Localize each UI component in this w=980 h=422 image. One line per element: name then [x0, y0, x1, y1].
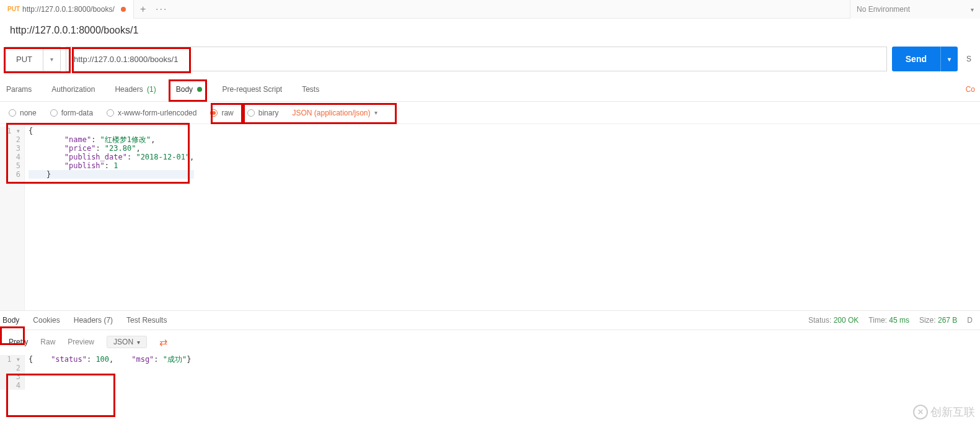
watermark: ✕ 创新互联 — [913, 405, 975, 420]
radio-formdata[interactable]: form-data — [50, 109, 93, 117]
response-body-editor[interactable]: 1 ▾234 { "status": 100, "msg": "成功"} — [0, 354, 980, 390]
time-value: 45 ms — [889, 316, 909, 325]
radio-binary-label: binary — [258, 109, 279, 117]
download-button[interactable]: D — [967, 316, 973, 325]
unsaved-indicator-icon — [121, 7, 126, 12]
radio-none-label: none — [20, 109, 37, 117]
radio-formdata-label: form-data — [61, 109, 93, 117]
mode-pretty[interactable]: Pretty — [9, 338, 28, 346]
mode-raw[interactable]: Raw — [40, 338, 55, 346]
new-tab-button[interactable]: + — [134, 0, 152, 19]
line-gutter: 1 ▾234 — [0, 355, 25, 390]
radio-urlencoded-label: x-www-form-urlencoded — [118, 109, 196, 117]
radio-none[interactable]: none — [9, 109, 37, 117]
url-input[interactable]: http://127.0.0.1:8000/books/1 — [66, 47, 887, 71]
time-label: Time: — [868, 316, 887, 325]
wrap-lines-icon[interactable]: ⇄ — [159, 336, 167, 348]
line-gutter: 1 ▾23456 — [0, 127, 25, 310]
chevron-down-icon: ▾ — [971, 6, 974, 13]
send-button[interactable]: Send ▾ — [892, 47, 958, 71]
tab-authorization[interactable]: Authorization — [50, 85, 96, 94]
resp-headers-count: (7) — [104, 316, 113, 325]
size-label: Size: — [919, 316, 936, 325]
content-type-dropdown[interactable]: JSON (application/json) ▾ — [292, 109, 377, 117]
environment-selector[interactable]: No Environment ▾ — [850, 0, 980, 19]
size-value: 267 B — [938, 316, 957, 325]
radio-raw-label: raw — [221, 109, 233, 117]
resp-tab-tests[interactable]: Test Results — [126, 316, 167, 325]
response-format-label: JSON — [113, 338, 133, 346]
send-split-chevron-icon[interactable]: ▾ — [940, 47, 958, 71]
radio-icon — [9, 109, 16, 117]
tab-bar: PUT http://127.0.0.1:8000/books/ + ··· N… — [0, 0, 980, 19]
response-subtabs: Body Cookies Headers (7) Test Results St… — [0, 310, 980, 330]
chevron-down-icon: ▾ — [137, 339, 140, 346]
cookies-link[interactable]: Co — [966, 85, 975, 94]
send-label: Send — [892, 54, 940, 64]
resp-headers-label: Headers — [74, 316, 102, 325]
request-bar: PUT ▾ http://127.0.0.1:8000/books/1 Send… — [0, 41, 980, 77]
radio-icon — [247, 109, 255, 117]
radio-binary[interactable]: binary — [247, 109, 279, 117]
url-value: http://127.0.0.1:8000/books/1 — [74, 55, 178, 64]
mode-preview[interactable]: Preview — [68, 338, 94, 346]
response-status-bar: Status: 200 OK Time: 45 ms Size: 267 B D — [808, 316, 978, 325]
chevron-down-icon: ▾ — [374, 109, 377, 116]
request-title: http://127.0.0.1:8000/books/1 — [0, 19, 980, 41]
tab-body-label: Body — [176, 85, 193, 94]
tab-headers[interactable]: Headers (1) — [113, 85, 157, 94]
chevron-down-icon[interactable]: ▾ — [43, 47, 60, 71]
tab-title: http://127.0.0.1:8000/books/ — [22, 5, 115, 14]
tab-method: PUT — [7, 6, 20, 12]
tab-params[interactable]: Params — [5, 85, 33, 94]
radio-raw[interactable]: raw — [210, 109, 233, 117]
save-button[interactable]: S — [963, 55, 975, 63]
tab-body[interactable]: Body — [175, 85, 204, 94]
tab-prerequest[interactable]: Pre-request Script — [221, 85, 283, 94]
resp-tab-headers[interactable]: Headers (7) — [74, 316, 113, 325]
code-area: { "status": 100, "msg": "成功"} — [25, 355, 191, 390]
tab-headers-label: Headers — [115, 85, 143, 94]
request-body-editor[interactable]: 1 ▾23456 { "name": "红楼梦1修改", "price": "2… — [0, 124, 980, 310]
method-dropdown[interactable]: PUT ▾ — [5, 47, 61, 71]
body-type-row: none form-data x-www-form-urlencoded raw… — [0, 102, 980, 124]
request-subtabs: Params Authorization Headers (1) Body Pr… — [0, 77, 980, 102]
code-area[interactable]: { "name": "红楼梦1修改", "price": "23.80", "p… — [25, 127, 194, 310]
tab-tests[interactable]: Tests — [301, 85, 320, 94]
status-value: 200 OK — [834, 316, 859, 325]
content-type-label: JSON (application/json) — [292, 109, 370, 117]
radio-icon — [50, 109, 58, 117]
response-format-dropdown[interactable]: JSON ▾ — [107, 336, 147, 348]
radio-icon — [210, 109, 218, 117]
watermark-logo-icon: ✕ — [913, 405, 928, 420]
tab-overflow-button[interactable]: ··· — [152, 0, 171, 19]
environment-label: No Environment — [857, 5, 910, 14]
request-tab[interactable]: PUT http://127.0.0.1:8000/books/ — [0, 0, 134, 19]
resp-tab-cookies[interactable]: Cookies — [33, 316, 60, 325]
resp-tab-body[interactable]: Body — [2, 316, 19, 325]
response-toolbar: Pretty Raw Preview JSON ▾ ⇄ — [0, 330, 980, 354]
radio-icon — [107, 109, 114, 117]
headers-count: (1) — [147, 85, 156, 94]
body-indicator-icon — [197, 87, 202, 92]
radio-urlencoded[interactable]: x-www-form-urlencoded — [107, 109, 196, 117]
status-label: Status: — [808, 316, 831, 325]
method-label: PUT — [6, 55, 43, 64]
watermark-text: 创新互联 — [930, 405, 975, 420]
